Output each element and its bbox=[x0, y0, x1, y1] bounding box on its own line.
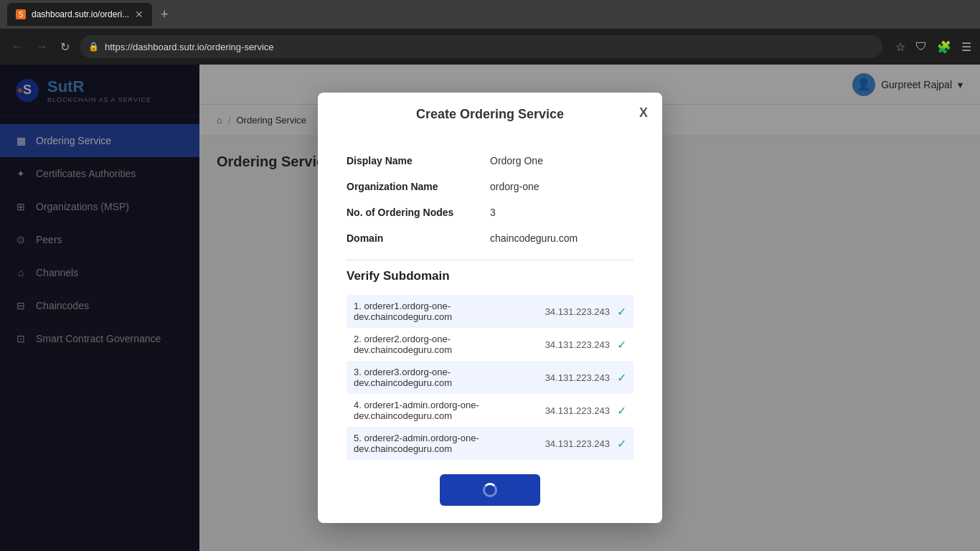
subdomain-ip: 34.131.223.243 bbox=[545, 339, 610, 350]
subdomain-name: 2. orderer2.ordorg-one-dev.chaincodeguru… bbox=[354, 334, 545, 355]
subdomain-row: 2. orderer2.ordorg-one-dev.chaincodeguru… bbox=[347, 328, 633, 361]
display-name-value: Ordorg One bbox=[490, 155, 543, 166]
verified-icon: ✓ bbox=[617, 338, 626, 352]
create-ordering-service-modal: Create Ordering Service X Display Name O… bbox=[318, 93, 662, 523]
subdomain-name: 4. orderer1-admin.ordorg-one-dev.chainco… bbox=[354, 400, 545, 421]
display-name-label: Display Name bbox=[347, 155, 490, 166]
divider bbox=[347, 260, 633, 260]
tab-title: dashboard.sutr.io/orderi... bbox=[32, 9, 129, 19]
forward-button[interactable]: → bbox=[33, 37, 50, 56]
verified-icon: ✓ bbox=[617, 305, 626, 319]
subdomain-row: 4. orderer1-admin.ordorg-one-dev.chainco… bbox=[347, 394, 633, 427]
shield-icon: 🛡 bbox=[915, 40, 927, 53]
verified-icon: ✓ bbox=[617, 371, 626, 385]
refresh-button[interactable]: ↻ bbox=[57, 37, 72, 57]
verified-icon: ✓ bbox=[617, 437, 626, 451]
ordering-nodes-label: No. of Ordering Nodes bbox=[347, 207, 490, 218]
modal-title: Create Ordering Service bbox=[416, 107, 564, 122]
ordering-nodes-value: 3 bbox=[490, 207, 496, 218]
org-name-label: Organization Name bbox=[347, 181, 490, 192]
subdomain-ip: 34.131.223.243 bbox=[545, 372, 610, 383]
subdomain-row: 3. orderer3.ordorg-one-dev.chaincodeguru… bbox=[347, 361, 633, 394]
extensions-icon[interactable]: 🧩 bbox=[937, 40, 951, 54]
bookmark-icon[interactable]: ☆ bbox=[895, 40, 905, 54]
domain-label: Domain bbox=[347, 232, 490, 244]
org-name-row: Organization Name ordorg-one bbox=[347, 174, 633, 199]
subdomain-ip: 34.131.223.243 bbox=[545, 405, 610, 416]
subdomain-ip: 34.131.223.243 bbox=[545, 438, 610, 449]
org-name-value: ordorg-one bbox=[490, 181, 540, 192]
submit-button[interactable] bbox=[440, 474, 540, 506]
modal-close-button[interactable]: X bbox=[639, 105, 648, 121]
active-tab[interactable]: S dashboard.sutr.io/orderi... ✕ bbox=[7, 3, 152, 26]
modal-body: Display Name Ordorg One Organization Nam… bbox=[318, 133, 662, 463]
ordering-nodes-row: No. of Ordering Nodes 3 bbox=[347, 199, 633, 225]
verified-icon: ✓ bbox=[617, 404, 626, 418]
modal-footer bbox=[318, 463, 662, 523]
subdomain-name: 1. orderer1.ordorg-one-dev.chaincodeguru… bbox=[354, 301, 545, 322]
subdomain-row: 1. orderer1.ordorg-one-dev.chaincodeguru… bbox=[347, 295, 633, 328]
modal-overlay: Create Ordering Service X Display Name O… bbox=[0, 65, 980, 551]
subdomain-name: 3. orderer3.ordorg-one-dev.chaincodeguru… bbox=[354, 367, 545, 388]
modal-header: Create Ordering Service X bbox=[318, 93, 662, 133]
subdomain-table: 1. orderer1.ordorg-one-dev.chaincodeguru… bbox=[347, 295, 633, 463]
display-name-row: Display Name Ordorg One bbox=[347, 148, 633, 174]
domain-value: chaincodeguru.com bbox=[490, 232, 578, 244]
subdomain-name: 5. orderer2-admin.ordorg-one-dev.chainco… bbox=[354, 433, 545, 454]
new-tab-button[interactable]: + bbox=[161, 7, 169, 22]
menu-icon[interactable]: ☰ bbox=[961, 40, 971, 54]
address-bar-container: 🔒 bbox=[80, 35, 882, 58]
subdomain-row: 5. orderer2-admin.ordorg-one-dev.chainco… bbox=[347, 427, 633, 460]
security-icon: 🔒 bbox=[88, 42, 99, 52]
address-bar[interactable] bbox=[105, 42, 874, 52]
back-button[interactable]: ← bbox=[9, 37, 26, 56]
loading-spinner bbox=[483, 483, 497, 497]
verify-subdomain-title: Verify Subdomain bbox=[347, 269, 633, 283]
subdomain-ip: 34.131.223.243 bbox=[545, 306, 610, 317]
tab-favicon: S bbox=[16, 9, 26, 19]
tab-close-button[interactable]: ✕ bbox=[135, 9, 143, 20]
domain-row: Domain chaincodeguru.com bbox=[347, 225, 633, 251]
